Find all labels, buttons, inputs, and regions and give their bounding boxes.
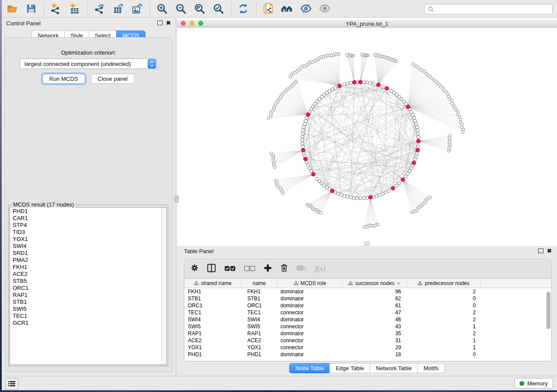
table-row[interactable]: STB1STB1dominator620 <box>184 295 551 302</box>
table-row[interactable]: ORC1ORC1dominator610 <box>184 302 551 309</box>
table-row[interactable]: SWI5SWI5connector431 <box>184 323 551 330</box>
deselect-all-checkboxes-icon[interactable] <box>244 265 255 273</box>
criterion-selected-value: largest connected component (undirected) <box>20 61 148 67</box>
zoom-selected-icon[interactable] <box>211 2 226 16</box>
mcds-result-item[interactable]: STB1 <box>10 299 166 306</box>
mcds-result-item[interactable]: SWI5 <box>10 306 166 313</box>
table-row[interactable]: RAP1RAP1dominator352 <box>184 330 551 337</box>
float-panel-icon[interactable] <box>157 21 163 25</box>
table-panel: Table Panel ✖ <box>177 246 557 376</box>
close-traffic-light[interactable] <box>181 21 186 26</box>
close-panel-icon[interactable]: ✖ <box>166 21 171 25</box>
export-table-icon[interactable] <box>111 2 126 16</box>
network-canvas[interactable] <box>177 28 557 246</box>
mcds-result-item[interactable]: ACE2 <box>10 271 166 278</box>
table-cell: dominator <box>277 351 343 358</box>
add-column-icon[interactable] <box>264 264 272 274</box>
save-session-icon[interactable] <box>23 2 39 16</box>
search-input[interactable] <box>436 6 552 13</box>
import-table-icon[interactable] <box>67 2 83 16</box>
mcds-result-item[interactable]: SWI4 <box>10 243 166 250</box>
table-cell: dominator <box>277 289 343 295</box>
horizontal-splitter-grip[interactable] <box>364 241 370 245</box>
column-header-empty <box>481 279 551 288</box>
table-cell: ORC1 <box>184 303 242 309</box>
table-cell: SWI5 <box>242 323 277 330</box>
table-cell: 29 <box>343 344 407 351</box>
mcds-result-items: PHD1CAR1STP4TID3YOX1SWI4SRD1PMA2FKH1ACE2… <box>10 208 166 327</box>
tab-node-table[interactable]: Node Table <box>289 363 330 373</box>
zoom-fit-icon[interactable] <box>192 2 208 16</box>
zoom-in-icon[interactable] <box>154 2 170 16</box>
table-row[interactable]: TEC1TEC1connector472 <box>184 309 551 316</box>
control-panel: Control Panel ✖ Network Style Select MCD… <box>2 18 175 376</box>
table-cell: SWI4 <box>242 316 277 323</box>
node-table-body: FKH1FKH1dominator962STB1STB1dominator620… <box>184 288 551 358</box>
close-panel-button[interactable]: Close panel <box>91 74 135 84</box>
mcds-result-item[interactable]: CAR1 <box>10 215 166 222</box>
delete-table-disabled-icon <box>297 265 306 273</box>
column-header-name[interactable]: name <box>242 279 277 288</box>
export-image-icon[interactable] <box>129 2 145 16</box>
table-cell: ACE2 <box>242 337 277 344</box>
tab-motifs[interactable]: Motifs <box>417 363 445 373</box>
mcds-result-item[interactable]: TID3 <box>10 229 166 236</box>
run-mcds-button[interactable]: Run MCDS <box>42 74 85 84</box>
mcds-result-item[interactable]: YOX1 <box>10 236 166 243</box>
show-columns-icon[interactable] <box>207 264 216 274</box>
table-row[interactable]: FKH1FKH1dominator962 <box>184 288 551 295</box>
close-table-panel-icon[interactable]: ✖ <box>547 249 552 253</box>
show-eye-icon[interactable] <box>317 2 332 16</box>
mcds-result-item[interactable]: PHD1 <box>10 208 166 215</box>
column-header-shared-name[interactable]: shared name <box>184 279 242 288</box>
vertical-splitter-grip[interactable] <box>174 196 179 203</box>
mcds-result-item[interactable]: TEC1 <box>10 313 166 320</box>
column-type-icon <box>194 281 199 285</box>
select-all-checkboxes-icon[interactable] <box>225 265 235 273</box>
import-network-icon[interactable] <box>48 2 64 16</box>
mcds-result-item[interactable]: FKH1 <box>10 264 166 271</box>
open-file-icon[interactable] <box>4 2 20 16</box>
mcds-result-item[interactable]: STP4 <box>10 222 166 229</box>
mcds-result-scrollbar[interactable] <box>161 208 166 364</box>
memory-button[interactable]: Memory <box>514 378 553 389</box>
column-header-mcds-role[interactable]: MCDS role <box>277 279 343 288</box>
table-scrollbar[interactable] <box>547 290 550 359</box>
table-cell: 31 <box>343 337 407 344</box>
table-row[interactable]: PHD1PHD1dominator180 <box>184 351 551 358</box>
mcds-result-item[interactable]: STB5 <box>10 278 166 285</box>
mcds-result-item[interactable]: ORC1 <box>10 285 166 292</box>
delete-column-icon[interactable] <box>280 264 288 274</box>
show-log-button[interactable] <box>5 378 18 389</box>
zoom-traffic-light[interactable] <box>198 21 203 26</box>
table-row[interactable]: SWI4SWI4dominator462 <box>184 316 551 323</box>
network-graph <box>177 28 557 246</box>
home-ndex-icon[interactable] <box>279 2 295 16</box>
minimize-traffic-light[interactable] <box>190 21 194 26</box>
toolbar-search-field[interactable] <box>424 4 553 14</box>
table-cell: SWI5 <box>184 323 242 330</box>
mcds-result-item[interactable]: RAP1 <box>10 292 166 299</box>
column-header-predecessor-nodes[interactable]: predecessor nodes <box>407 279 481 288</box>
mcds-result-item[interactable]: PMA2 <box>10 257 166 264</box>
tab-network-table[interactable]: Network Table <box>370 363 418 373</box>
optimization-criterion-select[interactable]: largest connected component (undirected) <box>20 58 157 69</box>
table-row[interactable]: YOX1YOX1connector291 <box>184 344 551 351</box>
mcds-result-item[interactable]: GCR1 <box>10 320 166 327</box>
tab-edge-table[interactable]: Edge Table <box>329 363 370 373</box>
zoom-out-icon[interactable] <box>173 2 189 16</box>
table-scrollbar-thumb[interactable] <box>547 292 550 329</box>
table-row[interactable]: ACE2ACE2connector311 <box>184 337 551 344</box>
table-cell: 46 <box>343 316 407 323</box>
refresh-layout-icon[interactable] <box>235 2 251 16</box>
hide-eye-icon[interactable] <box>298 2 314 16</box>
mcds-result-item[interactable]: SRD1 <box>10 250 166 257</box>
list-icon <box>8 381 15 387</box>
table-cell: 1 <box>407 344 481 351</box>
column-settings-gear-icon[interactable] <box>191 264 198 273</box>
column-header-successor-nodes[interactable]: successor nodes <box>343 279 407 288</box>
status-bar: Memory <box>2 376 557 390</box>
share-network-icon[interactable] <box>260 2 276 16</box>
export-network-icon[interactable] <box>92 2 107 16</box>
float-table-panel-icon[interactable] <box>538 248 543 253</box>
